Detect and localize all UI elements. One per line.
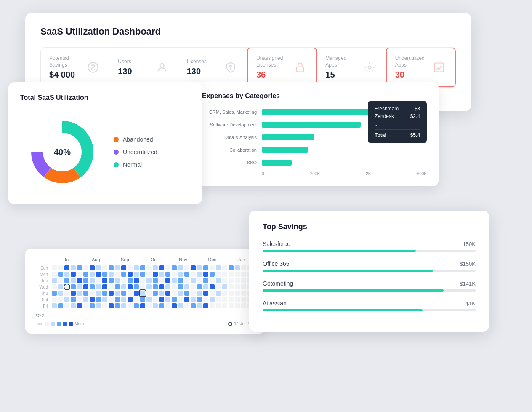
cal-cell[interactable]	[128, 278, 133, 283]
cal-cell[interactable]	[216, 278, 221, 283]
cal-cell[interactable]	[109, 272, 114, 277]
cal-cell[interactable]	[58, 297, 63, 302]
cal-cell[interactable]	[222, 272, 227, 277]
cal-cell[interactable]	[146, 297, 152, 302]
cal-cell[interactable]	[140, 297, 145, 302]
cal-cell[interactable]	[210, 278, 215, 283]
cal-cell[interactable]	[109, 297, 114, 302]
cal-cell[interactable]	[52, 291, 57, 296]
cal-cell[interactable]	[159, 278, 164, 283]
cal-cell[interactable]	[146, 265, 152, 270]
cal-cell[interactable]	[153, 303, 158, 308]
cal-cell[interactable]	[71, 291, 76, 296]
cal-cell[interactable]	[115, 303, 120, 308]
cal-cell[interactable]	[83, 303, 88, 308]
cal-cell[interactable]	[83, 291, 88, 296]
cal-cell[interactable]	[77, 265, 82, 270]
cal-cell[interactable]	[128, 265, 133, 270]
cal-cell[interactable]	[216, 284, 221, 289]
cal-cell[interactable]	[64, 278, 69, 283]
cal-cell[interactable]	[90, 303, 95, 308]
cal-cell[interactable]	[222, 278, 227, 283]
cal-cell[interactable]	[241, 278, 246, 283]
cal-cell[interactable]	[128, 297, 133, 302]
cal-cell[interactable]	[115, 278, 120, 283]
cal-cell[interactable]	[184, 297, 189, 302]
cal-cell[interactable]	[96, 278, 101, 283]
cal-cell[interactable]	[241, 272, 246, 277]
cal-cell[interactable]	[109, 278, 114, 283]
cal-cell[interactable]	[178, 291, 183, 296]
cal-cell[interactable]	[58, 265, 63, 270]
cal-cell[interactable]	[235, 272, 240, 277]
cal-cell[interactable]	[153, 284, 158, 289]
cal-cell[interactable]	[90, 291, 95, 296]
cal-cell[interactable]	[102, 291, 107, 296]
cal-cell[interactable]	[109, 284, 114, 289]
cal-cell[interactable]	[191, 284, 196, 289]
cal-cell[interactable]	[77, 297, 82, 302]
cal-cell[interactable]	[71, 303, 76, 308]
cal-cell[interactable]	[235, 291, 240, 296]
cal-cell[interactable]	[159, 265, 164, 270]
cal-cell[interactable]	[109, 303, 114, 308]
cal-cell[interactable]	[159, 272, 164, 277]
cal-cell[interactable]	[229, 291, 234, 296]
cal-cell[interactable]	[191, 303, 196, 308]
cal-cell[interactable]	[203, 278, 208, 283]
cal-cell[interactable]	[109, 265, 114, 270]
cal-cell[interactable]	[229, 265, 234, 270]
cal-cell[interactable]	[203, 265, 208, 270]
cal-cell[interactable]	[64, 272, 69, 277]
cal-cell[interactable]	[128, 291, 133, 296]
cal-cell[interactable]	[178, 278, 183, 283]
stat-card-users[interactable]: Users 130	[109, 48, 178, 87]
cal-cell[interactable]	[90, 284, 95, 289]
cal-cell[interactable]	[71, 265, 76, 270]
cal-cell[interactable]	[115, 272, 120, 277]
cal-cell[interactable]	[140, 272, 145, 277]
cal-cell[interactable]	[140, 291, 145, 296]
cal-cell[interactable]	[191, 265, 196, 270]
cal-cell[interactable]	[241, 265, 246, 270]
cal-cell[interactable]	[153, 297, 158, 302]
cal-cell[interactable]	[134, 297, 139, 302]
cal-cell[interactable]	[241, 284, 246, 289]
cal-cell[interactable]	[191, 272, 196, 277]
cal-cell[interactable]	[165, 291, 170, 296]
cal-cell[interactable]	[178, 272, 183, 277]
cal-cell[interactable]	[96, 265, 101, 270]
cal-cell[interactable]	[52, 272, 57, 277]
stat-card-managed-apps[interactable]: ManagedApps 15	[317, 48, 386, 87]
cal-cell[interactable]	[229, 278, 234, 283]
cal-cell[interactable]	[191, 291, 196, 296]
cal-cell[interactable]	[128, 303, 133, 308]
cal-cell[interactable]	[83, 272, 88, 277]
cal-cell[interactable]	[184, 265, 189, 270]
cal-cell[interactable]	[229, 284, 234, 289]
cal-cell[interactable]	[134, 303, 139, 308]
cal-cell[interactable]	[203, 284, 208, 289]
cal-cell[interactable]	[159, 284, 164, 289]
cal-cell[interactable]	[203, 272, 208, 277]
cal-cell[interactable]	[115, 265, 120, 270]
cal-cell[interactable]	[83, 265, 88, 270]
cal-cell[interactable]	[210, 284, 215, 289]
cal-cell[interactable]	[184, 303, 189, 308]
cal-cell[interactable]	[153, 272, 158, 277]
cal-cell[interactable]	[159, 291, 164, 296]
cal-cell[interactable]	[172, 303, 177, 308]
cal-cell[interactable]	[216, 297, 221, 302]
cal-cell[interactable]	[64, 297, 69, 302]
cal-cell[interactable]	[159, 297, 164, 302]
cal-cell[interactable]	[77, 284, 82, 289]
cal-cell[interactable]	[222, 265, 227, 270]
cal-cell[interactable]	[184, 272, 189, 277]
cal-cell[interactable]	[64, 303, 69, 308]
stat-card-licenses[interactable]: Licenses 130	[178, 48, 247, 87]
cal-cell[interactable]	[178, 303, 183, 308]
cal-cell[interactable]	[210, 291, 215, 296]
cal-cell[interactable]	[222, 303, 227, 308]
cal-cell[interactable]	[235, 303, 240, 308]
cal-cell[interactable]	[222, 291, 227, 296]
